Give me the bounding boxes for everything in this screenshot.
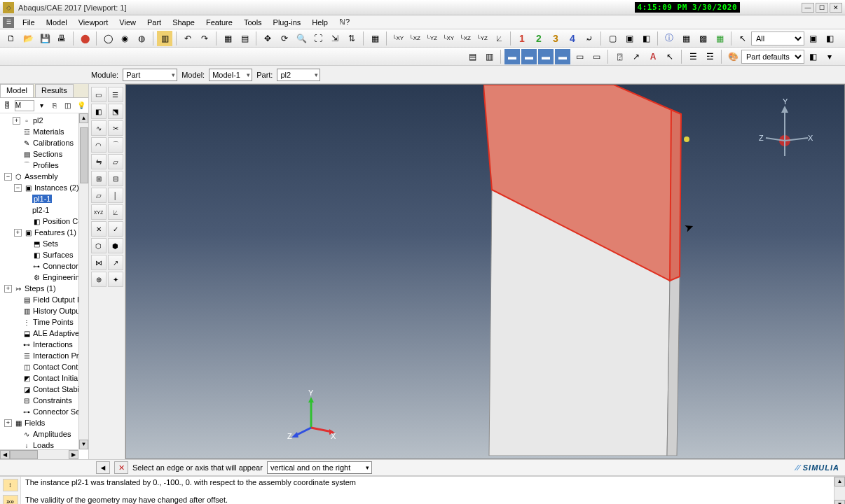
circle2-icon[interactable]: ◉ (117, 31, 132, 46)
tree-nav-icon[interactable]: ⎘ (50, 99, 60, 112)
box-wire-icon[interactable]: ▢ (605, 31, 620, 46)
list2-icon[interactable]: ☲ (702, 49, 717, 64)
tool-mirror-icon[interactable]: ⇋ (91, 154, 107, 169)
tree-steps[interactable]: +↣Steps (1) (0, 283, 88, 294)
render1-icon[interactable]: ▤ (465, 49, 480, 64)
tree-connector-a[interactable]: ⊶Connector A (0, 260, 88, 272)
menu-viewport[interactable]: Viewport (73, 17, 114, 28)
persp1-icon[interactable]: ▬ (504, 49, 520, 64)
new-icon[interactable]: 🗋 (4, 31, 19, 46)
box-shade-icon[interactable]: ◧ (638, 31, 654, 46)
maximize-button[interactable]: ☐ (816, 3, 828, 13)
tree-amplitudes[interactable]: ∿Amplitudes (0, 428, 88, 440)
tree-profiles[interactable]: ⌒Profiles (0, 160, 88, 171)
scroll-up-icon[interactable]: ▲ (79, 113, 88, 123)
tab-results[interactable]: Results (35, 84, 74, 97)
prompt-back-button[interactable]: ◄ (96, 461, 110, 474)
colorset-icon[interactable]: ◧ (805, 49, 820, 64)
query-icon[interactable]: ⍰ (612, 49, 627, 64)
tool-geom2-icon[interactable]: ⬢ (108, 238, 123, 253)
view-yz-icon[interactable]: └YZ (424, 31, 439, 46)
scroll-down-icon[interactable]: ▼ (79, 440, 88, 449)
render2-icon[interactable]: ▥ (481, 49, 497, 64)
menu-shape[interactable]: Shape (167, 17, 200, 28)
view-xz2-icon[interactable]: └XZ (458, 31, 473, 46)
menu-tools[interactable]: Tools (238, 17, 268, 28)
menu-plugins[interactable]: Plug-ins (268, 17, 307, 28)
tool-part-manager-icon[interactable]: ☰ (108, 87, 123, 102)
tool-face-icon[interactable]: ▱ (108, 154, 123, 169)
persp6-icon[interactable]: ▭ (589, 49, 604, 64)
pointer-icon[interactable]: ↖ (735, 31, 750, 46)
annotate-icon[interactable]: A (645, 49, 661, 64)
tree-time-points[interactable]: ⋮Time Points (0, 316, 88, 328)
tree-features[interactable]: +▣Features (1) (0, 227, 88, 238)
tool-datum-plane-icon[interactable]: ▱ (91, 188, 107, 203)
tree-fields[interactable]: +▦Fields (0, 417, 88, 428)
info-icon[interactable]: ⓘ (661, 31, 677, 46)
message-log[interactable]: The instance pl2-1 was translated by 0.,… (21, 477, 834, 504)
pointer2-icon[interactable]: ↖ (662, 49, 678, 64)
grid3-icon[interactable]: ▩ (695, 31, 710, 46)
tree-hscroll[interactable]: ◀ ▶ (0, 449, 78, 459)
prompt-cancel-button[interactable]: ✕ (114, 461, 128, 474)
persp3-icon[interactable]: ▬ (538, 49, 554, 64)
open-icon[interactable]: 📂 (20, 31, 36, 46)
view-xy2-icon[interactable]: └XY (441, 31, 456, 46)
prompt-dropdown[interactable]: vertical and on the right (267, 461, 372, 474)
tree-history-output[interactable]: ▥History Output (0, 305, 88, 316)
list1-icon[interactable]: ☰ (685, 49, 701, 64)
tree-assembly[interactable]: −⬡Assembly (0, 171, 88, 182)
tree-position-con[interactable]: ◧Position Con (0, 216, 88, 227)
tool-partition-icon[interactable]: ⊞ (91, 171, 107, 186)
persp2-icon[interactable]: ▬ (521, 49, 537, 64)
viewport[interactable]: Y X Z Y X Z ➤ (125, 84, 845, 459)
view-1[interactable]: 1 (514, 31, 530, 46)
tool-csys-icon[interactable]: ⟀ (108, 204, 123, 220)
tool-stitch-icon[interactable]: ⋈ (91, 255, 107, 270)
tool-create-part-icon[interactable]: ▭ (91, 87, 107, 102)
model-dropdown[interactable]: Model-1 (209, 69, 252, 81)
grid-green-icon[interactable]: ▦ (712, 31, 727, 46)
menu-model[interactable]: Model (41, 17, 73, 28)
tool-xyz-icon[interactable]: XYZ (91, 204, 107, 220)
view-xy-icon[interactable]: └XY (390, 31, 406, 46)
tree-interactions[interactable]: ⊷Interactions (0, 339, 88, 350)
tree-contact-contro[interactable]: ◫Contact Contro (0, 361, 88, 372)
tree-drop-icon[interactable]: ▾ (36, 99, 47, 112)
tool-remove-icon[interactable]: ✕ (91, 221, 107, 237)
tree-pl2[interactable]: +▫pl2 (0, 115, 88, 126)
redo-icon[interactable]: ↷ (197, 31, 212, 46)
tree-contact-init[interactable]: ◩Contact Initializ (0, 372, 88, 384)
tool-wire-icon[interactable]: ∿ (91, 120, 107, 136)
close-button[interactable]: ✕ (830, 3, 842, 13)
zoom-box-icon[interactable]: ⛶ (310, 31, 326, 46)
tool-datum-axis-icon[interactable]: │ (108, 188, 123, 203)
view-3[interactable]: 3 (548, 31, 563, 46)
measure-icon[interactable]: ↗ (628, 49, 644, 64)
tree-calibrations[interactable]: ✎Calibrations (0, 137, 88, 148)
tree-filter-input[interactable] (15, 100, 34, 111)
box-hidden-icon[interactable]: ▣ (621, 31, 637, 46)
selection-filter-dropdown[interactable]: All (751, 31, 804, 46)
menu-part[interactable]: Part (142, 17, 167, 28)
context-help-icon[interactable]: ℕ? (339, 18, 350, 27)
menu-feature[interactable]: Feature (200, 17, 238, 28)
tree-pl2-1[interactable]: pl2-1 (0, 204, 88, 216)
scroll-left-icon[interactable]: ◀ (0, 450, 10, 459)
tree-instances[interactable]: −▣Instances (2) (0, 182, 88, 193)
view-2[interactable]: 2 (531, 31, 547, 46)
msg-scroll-down-icon[interactable]: ▼ (834, 500, 845, 504)
cylinder-icon[interactable]: ⬤ (77, 31, 92, 46)
msg-scroll-up-icon[interactable]: ▲ (834, 477, 845, 486)
tab-model[interactable]: Model (0, 84, 34, 97)
view-4[interactable]: 4 (565, 31, 580, 46)
scroll-right-icon[interactable]: ▶ (69, 450, 78, 459)
print-icon[interactable]: 🖶 (54, 31, 69, 46)
save-icon[interactable]: 💾 (37, 31, 53, 46)
view-iso-icon[interactable]: ⟀ (491, 31, 507, 46)
part-dropdown[interactable]: pl2 (277, 69, 320, 81)
color-icon[interactable]: 🎨 (725, 49, 741, 64)
tool-solid-icon[interactable]: ◧ (91, 104, 107, 119)
tree-db-icon[interactable]: 🗄 (2, 99, 13, 112)
